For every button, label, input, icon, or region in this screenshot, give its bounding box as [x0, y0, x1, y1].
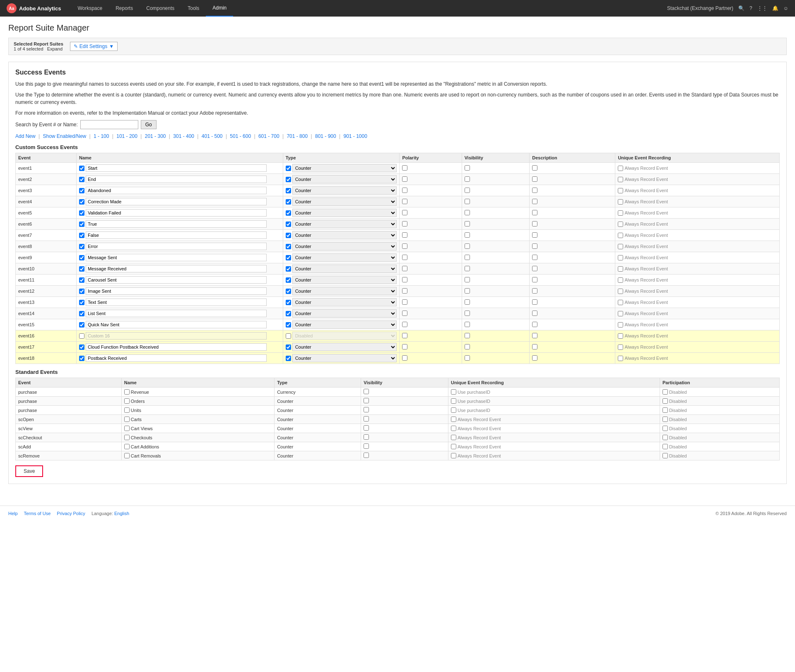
visibility-checkbox[interactable]: [465, 344, 470, 349]
description-checkbox[interactable]: [532, 333, 537, 338]
type-checkbox[interactable]: [286, 222, 291, 227]
recording-checkbox[interactable]: [618, 166, 623, 171]
visibility-checkbox[interactable]: [465, 355, 470, 361]
save-button[interactable]: Save: [15, 465, 43, 477]
visibility-checkbox[interactable]: [465, 221, 470, 226]
polarity-checkbox[interactable]: [402, 266, 407, 271]
visibility-checkbox[interactable]: [465, 288, 470, 294]
polarity-checkbox[interactable]: [402, 221, 407, 226]
polarity-checkbox[interactable]: [402, 165, 407, 171]
std-name-checkbox[interactable]: [124, 426, 130, 431]
name-checkbox[interactable]: [79, 199, 84, 205]
go-button[interactable]: Go: [141, 120, 157, 129]
std-participation-checkbox[interactable]: [662, 426, 668, 431]
description-checkbox[interactable]: [532, 232, 537, 238]
recording-checkbox[interactable]: [618, 233, 623, 238]
name-input[interactable]: [86, 209, 267, 217]
notifications-icon[interactable]: 🔔: [772, 5, 778, 11]
polarity-checkbox[interactable]: [402, 199, 407, 204]
type-checkbox[interactable]: [286, 289, 291, 294]
type-checkbox[interactable]: [286, 210, 291, 216]
description-checkbox[interactable]: [532, 299, 537, 305]
description-checkbox[interactable]: [532, 288, 537, 294]
type-checkbox[interactable]: [286, 333, 291, 339]
std-participation-checkbox[interactable]: [662, 453, 668, 458]
type-select[interactable]: CounterNumericCurrencyDisabled: [292, 287, 397, 295]
language-link[interactable]: English: [114, 511, 129, 516]
polarity-checkbox[interactable]: [402, 188, 407, 193]
std-visibility-checkbox[interactable]: [364, 434, 369, 440]
visibility-checkbox[interactable]: [465, 199, 470, 204]
description-checkbox[interactable]: [532, 255, 537, 260]
recording-checkbox[interactable]: [618, 199, 623, 205]
name-checkbox[interactable]: [79, 266, 84, 272]
type-select[interactable]: CounterNumericCurrencyDisabled: [292, 343, 397, 351]
polarity-checkbox[interactable]: [402, 288, 407, 294]
nav-reports[interactable]: Reports: [109, 0, 140, 17]
type-checkbox[interactable]: [286, 177, 291, 182]
recording-checkbox[interactable]: [618, 311, 623, 316]
range-801-900[interactable]: 801 - 900: [315, 133, 336, 139]
edit-settings-button[interactable]: ✎ Edit Settings ▼: [70, 42, 118, 51]
name-checkbox[interactable]: [79, 166, 84, 171]
polarity-checkbox[interactable]: [402, 255, 407, 260]
name-checkbox[interactable]: [79, 222, 84, 227]
expand-link[interactable]: Expand: [47, 46, 63, 51]
std-name-checkbox[interactable]: [124, 435, 130, 440]
type-checkbox[interactable]: [286, 356, 291, 361]
std-recording-checkbox[interactable]: [451, 398, 456, 404]
recording-checkbox[interactable]: [618, 333, 623, 339]
std-visibility-checkbox[interactable]: [364, 416, 369, 422]
recording-checkbox[interactable]: [618, 266, 623, 272]
range-1-100[interactable]: 1 - 100: [94, 133, 109, 139]
std-name-checkbox[interactable]: [124, 398, 130, 404]
apps-icon[interactable]: ⋮⋮: [757, 5, 767, 11]
visibility-checkbox[interactable]: [465, 266, 470, 271]
visibility-checkbox[interactable]: [465, 311, 470, 316]
std-visibility-checkbox[interactable]: [364, 453, 369, 458]
description-checkbox[interactable]: [532, 277, 537, 282]
std-participation-checkbox[interactable]: [662, 444, 668, 449]
std-participation-checkbox[interactable]: [662, 389, 668, 395]
std-recording-checkbox[interactable]: [451, 444, 456, 449]
recording-checkbox[interactable]: [618, 188, 623, 193]
name-input[interactable]: [86, 220, 267, 228]
type-select[interactable]: CounterNumericCurrencyDisabled: [292, 242, 397, 250]
name-input[interactable]: [86, 321, 267, 328]
std-name-checkbox[interactable]: [124, 444, 130, 449]
name-input[interactable]: [86, 231, 267, 239]
name-checkbox[interactable]: [79, 244, 84, 249]
visibility-checkbox[interactable]: [465, 188, 470, 193]
range-701-800[interactable]: 701 - 800: [287, 133, 308, 139]
std-participation-checkbox[interactable]: [662, 407, 668, 413]
std-recording-checkbox[interactable]: [451, 453, 456, 458]
visibility-checkbox[interactable]: [465, 322, 470, 327]
std-name-checkbox[interactable]: [124, 407, 130, 413]
type-select[interactable]: CounterNumericCurrencyDisabled: [292, 231, 397, 239]
std-recording-checkbox[interactable]: [451, 435, 456, 440]
std-visibility-checkbox[interactable]: [364, 443, 369, 449]
recording-checkbox[interactable]: [618, 344, 623, 350]
type-checkbox[interactable]: [286, 166, 291, 171]
description-checkbox[interactable]: [532, 243, 537, 249]
std-participation-checkbox[interactable]: [662, 398, 668, 404]
std-name-checkbox[interactable]: [124, 417, 130, 422]
name-checkbox[interactable]: [79, 333, 84, 339]
recording-checkbox[interactable]: [618, 222, 623, 227]
nav-components[interactable]: Components: [140, 0, 181, 17]
type-checkbox[interactable]: [286, 255, 291, 260]
polarity-checkbox[interactable]: [402, 232, 407, 238]
type-checkbox[interactable]: [286, 300, 291, 305]
visibility-checkbox[interactable]: [465, 243, 470, 249]
description-checkbox[interactable]: [532, 344, 537, 349]
name-input[interactable]: [86, 299, 267, 306]
polarity-checkbox[interactable]: [402, 311, 407, 316]
description-checkbox[interactable]: [532, 221, 537, 226]
footer-terms[interactable]: Terms of Use: [24, 511, 51, 516]
range-301-400[interactable]: 301 - 400: [173, 133, 194, 139]
std-visibility-checkbox[interactable]: [364, 398, 369, 403]
name-input[interactable]: [86, 343, 267, 351]
name-checkbox[interactable]: [79, 277, 84, 283]
name-input[interactable]: [86, 332, 267, 340]
name-input[interactable]: [86, 243, 267, 250]
